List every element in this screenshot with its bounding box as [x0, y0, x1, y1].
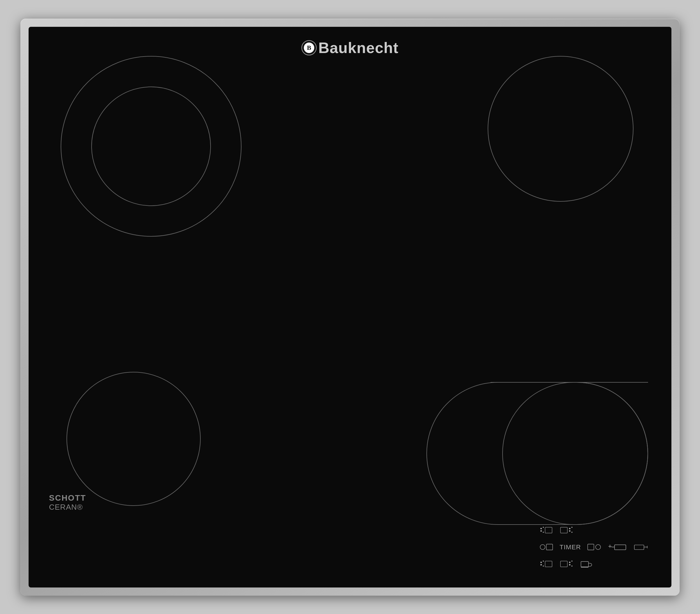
svg-point-6: [569, 528, 570, 529]
svg-rect-17: [634, 545, 644, 550]
svg-point-29: [571, 565, 573, 566]
timer-label: TIMER: [560, 543, 581, 551]
svg-text:+: +: [608, 542, 612, 550]
brand-name: Bauknecht: [318, 39, 399, 56]
ctrl-circle-rect-icon[interactable]: [539, 541, 554, 553]
ctrl-tl-icon[interactable]: [539, 525, 554, 536]
ctrl-group-cup[interactable]: [580, 558, 595, 570]
svg-point-27: [569, 564, 570, 565]
svg-point-21: [540, 564, 542, 565]
brand-logo: B Bauknecht: [302, 39, 399, 56]
ctrl-group-circle-rect[interactable]: [539, 541, 554, 553]
ceran-text: CERAN®: [49, 503, 86, 512]
ctrl-group-rect-circle[interactable]: [587, 541, 601, 553]
svg-point-3: [542, 532, 544, 533]
ctrl-rect-circle-icon[interactable]: [587, 541, 601, 553]
svg-rect-30: [581, 561, 588, 567]
ctrl-br-icon[interactable]: [560, 558, 574, 570]
cooktop-frame: B Bauknecht SCHOTT CERAN®: [21, 18, 679, 596]
svg-point-8: [571, 527, 573, 528]
svg-point-2: [542, 527, 544, 528]
cooktop-surface: B Bauknecht SCHOTT CERAN®: [28, 27, 672, 588]
burner-top-right: [488, 56, 634, 202]
svg-rect-11: [546, 544, 552, 550]
ctrl-group-tr[interactable]: [560, 525, 574, 536]
brand-circle: B: [302, 40, 317, 55]
control-row-top: [539, 525, 648, 536]
ctrl-rect-wire-icon[interactable]: [634, 541, 648, 553]
schott-ceran-logo: SCHOTT CERAN®: [49, 494, 86, 512]
svg-point-20: [540, 562, 542, 563]
ctrl-group-tl[interactable]: [539, 525, 554, 536]
burner-top-left-inner: [91, 87, 211, 206]
burner-bottom-left: [66, 372, 201, 506]
svg-point-9: [571, 532, 573, 533]
svg-rect-24: [545, 561, 552, 567]
ctrl-cup-icon[interactable]: [580, 558, 595, 570]
brand-symbol: B: [307, 44, 311, 52]
flex-zone-line: [491, 382, 648, 383]
ctrl-plus-wire-icon[interactable]: +: [607, 541, 628, 553]
control-row-mid: TIMER +: [539, 541, 648, 553]
svg-rect-4: [545, 527, 552, 533]
svg-rect-25: [560, 561, 567, 567]
svg-point-13: [596, 545, 601, 549]
flex-zone-inner: [502, 382, 648, 525]
svg-rect-15: [614, 545, 626, 550]
burner-bottom-right-flex: [426, 382, 648, 525]
control-panel: TIMER +: [539, 525, 648, 570]
svg-rect-5: [560, 527, 567, 533]
brand-circle-inner: B: [304, 42, 314, 53]
svg-point-10: [540, 545, 545, 549]
schott-text: SCHOTT: [49, 494, 86, 503]
svg-rect-12: [588, 544, 594, 550]
svg-point-26: [569, 562, 570, 563]
svg-point-28: [571, 560, 573, 562]
svg-point-7: [569, 530, 570, 532]
ctrl-group-br[interactable]: [560, 558, 574, 570]
svg-point-23: [542, 565, 544, 566]
ctrl-group-bl[interactable]: [539, 558, 554, 570]
svg-point-1: [540, 530, 542, 532]
svg-point-0: [540, 528, 542, 529]
ctrl-group-plus-wire[interactable]: +: [607, 541, 628, 553]
svg-point-22: [542, 560, 544, 562]
control-row-bot: [539, 558, 648, 570]
ctrl-tr-icon[interactable]: [560, 525, 574, 536]
ctrl-group-rect-wire[interactable]: [634, 541, 648, 553]
ctrl-bl-icon[interactable]: [539, 558, 554, 570]
